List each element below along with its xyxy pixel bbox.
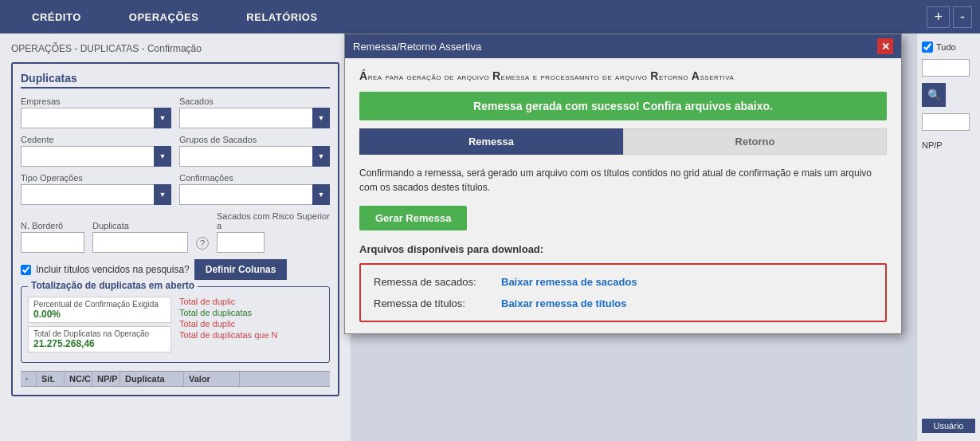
sidebar-icons-row: 🔍 bbox=[922, 83, 975, 107]
remessa-titulos-label: Remessa de títulos: bbox=[374, 297, 501, 309]
form-row-cedente-grupos: Cedente -- Todos -- Grupos de Sacados --… bbox=[21, 135, 330, 167]
modal-title: Remessa/Retorno Assertiva bbox=[353, 41, 481, 53]
tipo-op-select-wrapper: Factoring bbox=[21, 184, 171, 205]
nav-relatorios[interactable]: RELATÓRIOS bbox=[222, 0, 341, 33]
modal-remessa-retorno: Remessa/Retorno Assertiva ✕ Área para ge… bbox=[344, 33, 902, 334]
th-sit: Sit. bbox=[37, 372, 65, 386]
cedente-dropdown-arrow[interactable] bbox=[154, 146, 171, 167]
baixar-remessa-sacados-link[interactable]: Baixar remessa de sacados bbox=[501, 276, 637, 288]
modal-body: Área para geração de arquivo Remessa e p… bbox=[345, 58, 901, 333]
cedente-select-wrapper: -- Todos -- bbox=[21, 146, 171, 167]
modal-titlebar: Remessa/Retorno Assertiva ✕ bbox=[345, 34, 901, 58]
form-group-grupos: Grupos de Sacados -- Todos -- bbox=[179, 135, 330, 167]
sacados-select-wrapper bbox=[179, 108, 330, 128]
cedente-input[interactable]: -- Todos -- bbox=[21, 146, 154, 167]
confirmacoes-select-wrapper: Não Confirmada bbox=[179, 184, 330, 205]
form-group-cedente: Cedente -- Todos -- bbox=[21, 135, 171, 167]
total-dup-op-label: Total de Duplicatas na Operação bbox=[33, 329, 166, 338]
th-dup: Duplicata bbox=[120, 372, 184, 386]
tipo-op-dropdown-arrow[interactable] bbox=[154, 184, 171, 205]
grupos-select-wrapper: -- Todos -- bbox=[179, 146, 330, 167]
tipo-op-input[interactable]: Factoring bbox=[21, 184, 154, 205]
nav-operacoes[interactable]: OPERAÇÕES bbox=[105, 0, 223, 33]
usuario-label: Usuário bbox=[922, 419, 975, 433]
totalizacao-right: Total de duplic Total de duplicatas Tota… bbox=[179, 297, 323, 356]
modal-desc: Confirmando a remessa, será gerado um ar… bbox=[359, 166, 887, 195]
duplicatas-section-title: Duplicatas bbox=[21, 72, 330, 89]
form-group-risco: Sacados com Risco Superior a 0, bbox=[217, 211, 330, 253]
total-dup-op-box: Total de Duplicatas na Operação 21.275.2… bbox=[28, 326, 171, 352]
gerar-remessa-button[interactable]: Gerar Remessa bbox=[359, 206, 467, 230]
empresas-dropdown-arrow[interactable] bbox=[154, 108, 171, 128]
download-box: Remessa de sacados: Baixar remessa de sa… bbox=[359, 263, 887, 322]
form-row-empresas-sacados: Empresas -- Todos -- Sacados bbox=[21, 96, 330, 128]
vencidos-label: Incluir títulos vencidos na pesquisa? bbox=[36, 264, 190, 275]
breadcrumb: OPERAÇÕES - DUPLICATAS - Confirmação bbox=[11, 43, 339, 54]
form-group-duplicata: Duplicata bbox=[92, 221, 188, 253]
grupos-label: Grupos de Sacados bbox=[179, 135, 330, 144]
confirmacoes-input[interactable]: Não Confirmada bbox=[179, 184, 312, 205]
tab-remessa[interactable]: Remessa bbox=[359, 128, 623, 155]
th-np: NP/P bbox=[92, 372, 120, 386]
definir-colunas-button[interactable]: Definir Colunas bbox=[194, 259, 288, 280]
np-input[interactable] bbox=[922, 113, 970, 131]
baixar-remessa-titulos-link[interactable]: Baixar remessa de títulos bbox=[501, 297, 627, 309]
empresas-label: Empresas bbox=[21, 96, 171, 106]
nav-credito[interactable]: CRÉDITO bbox=[8, 0, 105, 33]
remessa-sacados-label: Remessa de sacados: bbox=[374, 276, 501, 288]
search-button[interactable]: 🔍 bbox=[922, 83, 946, 107]
bordero-label: N. Borderô bbox=[21, 221, 84, 230]
duplicata-input[interactable] bbox=[92, 232, 188, 253]
total-dup-op-value: 21.275.268,46 bbox=[33, 338, 166, 349]
nav-plus[interactable]: + bbox=[927, 6, 950, 28]
empresas-select-wrapper: -- Todos -- bbox=[21, 108, 171, 128]
duplicata-label: Duplicata bbox=[92, 221, 188, 230]
bordero-input[interactable]: 0 bbox=[21, 232, 84, 253]
modal-close-button[interactable]: ✕ bbox=[877, 38, 893, 54]
vencidos-checkbox[interactable] bbox=[21, 265, 31, 275]
left-panel: OPERAÇÕES - DUPLICATAS - Confirmação Dup… bbox=[0, 33, 351, 441]
question-mark-icon[interactable]: ? bbox=[196, 235, 209, 253]
th-dot: · bbox=[21, 372, 37, 386]
download-row-titulos: Remessa de títulos: Baixar remessa de tí… bbox=[374, 297, 872, 309]
totalizacao-inner: Percentual de Confirmação Exigida 0.00% … bbox=[28, 297, 323, 356]
totalizacao-title: Totalização de duplicatas em aberto bbox=[28, 280, 198, 291]
nav-minus[interactable]: - bbox=[953, 6, 972, 28]
modal-heading: Área para geração de arquivo Remessa e p… bbox=[359, 69, 887, 82]
table-header: · Sit. NC/C NP/P Duplicata Valor bbox=[21, 371, 330, 387]
tot-right-3: Total de duplic bbox=[179, 319, 323, 329]
checkbox-row: Incluir títulos vencidos na pesquisa? De… bbox=[21, 259, 330, 280]
download-section-title: Arquivos disponíveis para download: bbox=[359, 243, 887, 255]
confirmacoes-dropdown-arrow[interactable] bbox=[312, 184, 330, 205]
th-val: Valor bbox=[184, 372, 240, 386]
tot-right-2: Total de duplicatas bbox=[179, 308, 323, 317]
sacados-dropdown-arrow[interactable] bbox=[312, 108, 330, 128]
nto-input[interactable] bbox=[922, 59, 970, 77]
tipo-op-label: Tipo Operações bbox=[21, 173, 171, 183]
totalizacao-box: Totalização de duplicatas em aberto Perc… bbox=[21, 286, 330, 363]
tabs-row: Remessa Retorno bbox=[359, 128, 887, 155]
tudo-label: Tudo bbox=[936, 42, 956, 52]
totalizacao-left: Percentual de Confirmação Exigida 0.00% … bbox=[28, 297, 171, 356]
grupos-input[interactable]: -- Todos -- bbox=[179, 146, 312, 167]
perc-conf-value: 0.00% bbox=[33, 309, 166, 320]
tab-retorno[interactable]: Retorno bbox=[623, 128, 887, 155]
tot-right-4: Total de duplicatas que N bbox=[179, 330, 323, 340]
risco-input[interactable]: 0, bbox=[217, 232, 265, 253]
form-row-tipo-confirmacoes: Tipo Operações Factoring Confirmações Nã… bbox=[21, 173, 330, 205]
tudo-checkbox[interactable] bbox=[922, 41, 933, 53]
perc-conf-box: Percentual de Confirmação Exigida 0.00% bbox=[28, 297, 171, 323]
form-group-tipo-op: Tipo Operações Factoring bbox=[21, 173, 171, 205]
empresas-input[interactable]: -- Todos -- bbox=[21, 108, 154, 128]
top-navigation: CRÉDITO OPERAÇÕES RELATÓRIOS + - bbox=[0, 0, 980, 33]
form-row-bordero: N. Borderô 0 Duplicata ? Sacados com Ris… bbox=[21, 211, 330, 253]
confirmacoes-label: Confirmações bbox=[179, 173, 330, 183]
sidebar-tudo: Tudo bbox=[922, 41, 975, 53]
grupos-dropdown-arrow[interactable] bbox=[312, 146, 330, 167]
download-row-sacados: Remessa de sacados: Baixar remessa de sa… bbox=[374, 276, 872, 288]
form-group-confirmacoes: Confirmações Não Confirmada bbox=[179, 173, 330, 205]
success-banner: Remessa gerada com sucesso! Confira arqu… bbox=[359, 92, 887, 120]
cedente-label: Cedente bbox=[21, 135, 171, 144]
sacados-input[interactable] bbox=[179, 108, 312, 128]
sidebar-np bbox=[922, 113, 975, 131]
